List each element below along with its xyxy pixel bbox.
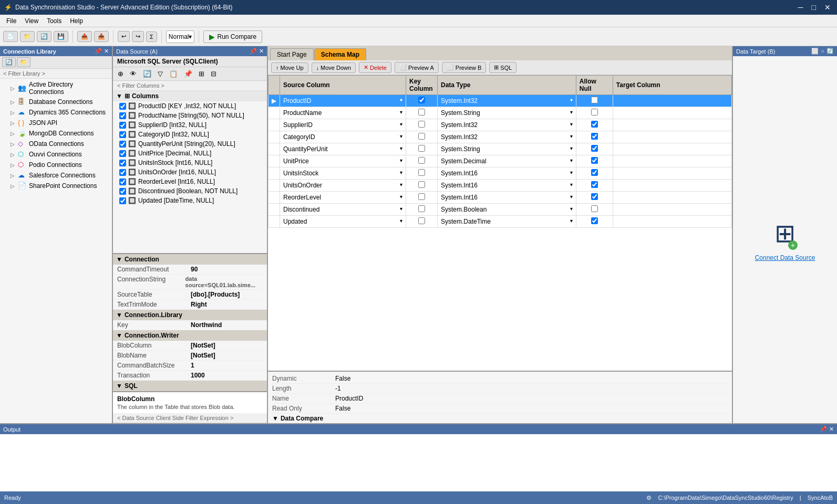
sidebar-item-active-directory[interactable]: ▷ 👥 Active Directory Connections [0, 80, 112, 97]
table-row[interactable]: UnitsOnOrder ▾ System.Int16 ▾ [268, 180, 732, 192]
export-button[interactable]: 📤 [77, 31, 92, 42]
type-dropdown[interactable]: ▾ [570, 206, 573, 212]
null-col-cell[interactable] [576, 192, 613, 204]
sidebar-item-salesforce[interactable]: ▷ ☁ Salesforce Connections [0, 170, 112, 181]
sql-button[interactable]: ⊞ SQL [489, 62, 516, 73]
sidebar-item-ouvvi[interactable]: ▷ ⬡ Ouvvi Connections [0, 149, 112, 160]
source-col-dropdown[interactable]: ▾ [400, 182, 402, 187]
source-col-dropdown[interactable]: ▾ [400, 145, 402, 151]
minimize-button[interactable]: ─ [796, 3, 805, 12]
key-checkbox[interactable] [418, 133, 425, 140]
source-col-cell[interactable]: UnitsInStock ▾ [280, 167, 406, 180]
null-col-cell[interactable] [576, 107, 613, 119]
column-checkbox[interactable] [119, 197, 126, 204]
column-checkbox[interactable] [119, 160, 126, 166]
type-dropdown[interactable]: ▾ [570, 145, 573, 151]
type-dropdown[interactable]: ▾ [570, 97, 573, 103]
type-dropdown[interactable]: ▾ [570, 121, 573, 127]
close-panel-button[interactable]: ✕ [104, 48, 109, 55]
source-col-cell[interactable]: UnitPrice ▾ [280, 155, 406, 167]
null-checkbox[interactable] [591, 121, 598, 128]
ds-column-item[interactable]: 🔲 QuantityPerUnit [String(20), NULL] [113, 139, 267, 149]
null-col-cell[interactable] [576, 216, 613, 228]
target-col-cell[interactable] [613, 204, 731, 216]
key-col-cell[interactable] [406, 143, 437, 155]
close-button[interactable]: ✕ [822, 3, 833, 12]
rt-copy-button[interactable]: ⬜ [811, 48, 819, 55]
type-col-cell[interactable]: System.Boolean ▾ [437, 204, 576, 216]
connection-writer-section-header[interactable]: ▼ Connection.Writer [113, 330, 267, 341]
sql-section-header[interactable]: ▼ SQL [113, 381, 267, 391]
type-col-cell[interactable]: System.Int32 ▾ [437, 131, 576, 143]
null-checkbox[interactable] [591, 193, 598, 200]
key-checkbox[interactable] [418, 181, 425, 188]
import-button[interactable]: 📥 [94, 31, 109, 42]
ds-add-button[interactable]: ⊕ [115, 68, 126, 79]
ds-copy-button[interactable]: 📋 [167, 68, 180, 79]
null-col-cell[interactable] [576, 131, 613, 143]
key-checkbox[interactable] [418, 193, 425, 200]
target-col-cell[interactable] [613, 143, 731, 155]
type-dropdown[interactable]: ▾ [570, 194, 573, 200]
type-dropdown[interactable]: ▾ [570, 158, 573, 163]
type-col-cell[interactable]: System.Int32 ▾ [437, 119, 576, 131]
table-row[interactable]: ReorderLevel ▾ System.Int16 ▾ [268, 192, 732, 204]
sidebar-item-odata[interactable]: ▷ ◇ OData Connections [0, 139, 112, 149]
target-col-cell[interactable] [613, 192, 731, 204]
type-col-cell[interactable]: System.Decimal ▾ [437, 155, 576, 167]
key-checkbox[interactable] [418, 157, 425, 164]
source-col-cell[interactable]: QuantityPerUnit ▾ [280, 143, 406, 155]
tab-schema-map[interactable]: Schema Map [314, 48, 366, 60]
key-checkbox[interactable] [418, 217, 425, 224]
column-checkbox[interactable] [119, 178, 126, 185]
type-col-cell[interactable]: System.Int16 ▾ [437, 192, 576, 204]
ds-column-item[interactable]: 🔲 UnitsInStock [Int16, NULL] [113, 158, 267, 167]
refresh-library-button[interactable]: 🔄 [2, 57, 16, 67]
table-row[interactable]: CategoryID ▾ System.Int32 ▾ [268, 131, 732, 143]
source-col-dropdown[interactable]: ▾ [400, 97, 402, 103]
type-col-cell[interactable]: System.Int32 ▾ [437, 95, 576, 107]
move-down-button[interactable]: ↓ Move Down [312, 62, 356, 73]
source-col-dropdown[interactable]: ▾ [400, 218, 402, 224]
ds-table-button[interactable]: ⊞ [196, 68, 207, 79]
filter-library-bar[interactable]: < Filter Library > [0, 69, 112, 79]
table-row[interactable]: ProductName ▾ System.String ▾ [268, 107, 732, 119]
source-col-cell[interactable]: ProductID ▾ [280, 95, 406, 107]
ds-eye-button[interactable]: 👁 [127, 68, 139, 79]
key-col-cell[interactable] [406, 95, 437, 107]
null-checkbox[interactable] [591, 109, 598, 116]
key-checkbox[interactable] [418, 109, 425, 116]
ds-filter-columns[interactable]: < Filter Columns > [113, 81, 267, 91]
move-up-button[interactable]: ↑ Move Up [271, 62, 308, 73]
type-dropdown[interactable]: ▾ [570, 170, 573, 175]
target-col-cell[interactable] [613, 216, 731, 228]
type-col-cell[interactable]: System.Int16 ▾ [437, 167, 576, 180]
open-button[interactable]: 📁 [20, 31, 35, 42]
sidebar-item-sharepoint[interactable]: ▷ 📄 SharePoint Connections [0, 181, 112, 191]
run-compare-button[interactable]: ▶ Run Compare [203, 30, 262, 43]
type-col-cell[interactable]: System.Int16 ▾ [437, 180, 576, 192]
key-col-cell[interactable] [406, 192, 437, 204]
key-checkbox[interactable] [418, 145, 425, 152]
column-checkbox[interactable] [119, 150, 126, 157]
folder-button[interactable]: 📁 [17, 57, 30, 67]
key-col-cell[interactable] [406, 167, 437, 180]
tab-start-page[interactable]: Start Page [270, 48, 314, 60]
source-col-dropdown[interactable]: ▾ [400, 133, 402, 139]
key-col-cell[interactable] [406, 216, 437, 228]
null-col-cell[interactable] [576, 204, 613, 216]
new-button[interactable]: 📄 [3, 31, 18, 42]
ds-column-item[interactable]: 🔲 UnitPrice [Decimal, NULL] [113, 149, 267, 158]
key-checkbox[interactable] [418, 97, 425, 103]
null-col-cell[interactable] [576, 143, 613, 155]
null-col-cell[interactable] [576, 180, 613, 192]
source-col-cell[interactable]: UnitsOnOrder ▾ [280, 180, 406, 192]
target-col-cell[interactable] [613, 155, 731, 167]
source-col-cell[interactable]: ReorderLevel ▾ [280, 192, 406, 204]
ds-column-item[interactable]: 🔲 ProductName [String(50), NOT NULL] [113, 111, 267, 120]
source-col-dropdown[interactable]: ▾ [400, 121, 402, 127]
table-row[interactable]: SupplierID ▾ System.Int32 ▾ [268, 119, 732, 131]
ds-column-item[interactable]: 🔲 ProductID [KEY ,Int32, NOT NULL] [113, 101, 267, 111]
undo-button[interactable]: ↩ [118, 31, 130, 42]
connection-section-header[interactable]: ▼ Connection [113, 254, 267, 265]
